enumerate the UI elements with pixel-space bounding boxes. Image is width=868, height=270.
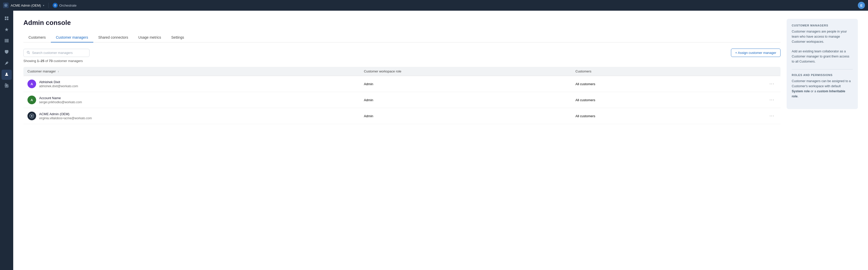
- row-more-button[interactable]: ···: [768, 97, 776, 103]
- svg-rect-3: [5, 19, 6, 20]
- search-icon: [27, 51, 30, 55]
- showing-count-text: Showing 1–25 of 73 customer managers: [23, 59, 780, 63]
- cell-role: Admin: [360, 108, 571, 124]
- library-icon: [4, 38, 9, 44]
- cell-actions: ···: [701, 108, 780, 124]
- table-row: ACME Admin (OEM) virginia.villalobos+acm…: [23, 108, 780, 124]
- svg-rect-8: [5, 50, 8, 53]
- topbar: ACME Admin (OEM) ▾ O Orchestrate E: [0, 0, 868, 11]
- col-customers: Customers: [571, 67, 701, 76]
- user-avatar[interactable]: E: [858, 2, 865, 9]
- svg-rect-6: [6, 39, 7, 42]
- svg-line-13: [29, 53, 30, 54]
- svg-rect-2: [7, 17, 8, 18]
- assign-customer-manager-button[interactable]: + Assign customer manager: [731, 49, 781, 57]
- orchestrate-label: Orchestrate: [59, 4, 76, 7]
- cell-role: Admin: [360, 92, 571, 108]
- svg-point-12: [27, 51, 29, 53]
- panel-section1-text1: Customer managers are people in your tea…: [792, 29, 853, 44]
- col-workspace-role: Customer workspace role: [360, 67, 571, 76]
- tab-shared-connectors[interactable]: Shared connectors: [93, 33, 133, 42]
- sidebar-item-automations[interactable]: [2, 25, 12, 35]
- search-box[interactable]: [23, 49, 90, 57]
- home-icon: [4, 16, 9, 22]
- settings-icon: [4, 83, 9, 89]
- panel-section-roles: ROLES AND PERMISSIONS Customer managers …: [792, 73, 853, 99]
- user-email: virginia.villalobos+acme@workato.com: [39, 116, 92, 120]
- orchestrate-icon: O: [53, 3, 58, 8]
- brand-label: ACME Admin (OEM): [11, 4, 41, 7]
- sidebar-item-workspace[interactable]: [2, 47, 12, 57]
- table-container: Customer manager ↑ Customer workspace ro…: [23, 67, 780, 124]
- sidebar: [0, 11, 13, 270]
- sidebar-item-settings[interactable]: [2, 81, 12, 91]
- sort-icon[interactable]: ↑: [58, 70, 59, 73]
- automations-icon: [4, 27, 9, 33]
- tab-settings[interactable]: Settings: [166, 33, 189, 42]
- cell-actions: ···: [701, 92, 780, 108]
- topbar-divider: [48, 3, 49, 8]
- table-row: A Account Name sergei.prikhodko@workato.…: [23, 92, 780, 108]
- row-more-button[interactable]: ···: [768, 113, 776, 119]
- col-customer-manager: Customer manager ↑: [23, 67, 360, 76]
- sidebar-item-home[interactable]: [2, 14, 12, 24]
- brand[interactable]: ACME Admin (OEM) ▾: [3, 3, 44, 8]
- user-name: Abhishek Dixit: [39, 80, 78, 84]
- avatar: A: [27, 80, 36, 88]
- cell-role: Admin: [360, 76, 571, 92]
- panel-section1-text2: Add an existing team collaborator as a C…: [792, 49, 853, 64]
- cell-user: A Abhishek Dixit abhishek.dixit@workato.…: [23, 76, 360, 92]
- svg-rect-5: [5, 39, 6, 42]
- svg-rect-7: [7, 39, 8, 42]
- cell-customers: All customers: [571, 108, 701, 124]
- sidebar-item-library[interactable]: [2, 36, 12, 46]
- tab-customer-managers[interactable]: Customer managers: [51, 33, 93, 42]
- cell-customers: All customers: [571, 92, 701, 108]
- panel-section2-text: Customer managers can be assigned to a C…: [792, 79, 853, 99]
- main-panel: Admin console Customers Customer manager…: [23, 19, 780, 262]
- tools-icon: [4, 61, 9, 66]
- content-area: Admin console Customers Customer manager…: [13, 11, 868, 270]
- panel-section2-title: ROLES AND PERMISSIONS: [792, 73, 853, 77]
- workspace-icon: [4, 50, 9, 55]
- brand-chevron: ▾: [43, 4, 44, 7]
- col-actions: [701, 67, 780, 76]
- cell-actions: ···: [701, 76, 780, 92]
- table-header-row: Customer manager ↑ Customer workspace ro…: [23, 67, 780, 76]
- tabs-bar: Customers Customer managers Shared conne…: [23, 33, 780, 42]
- page-title: Admin console: [23, 19, 780, 27]
- user-name: Account Name: [39, 96, 82, 100]
- user-name: ACME Admin (OEM): [39, 112, 92, 116]
- svg-rect-9: [6, 53, 7, 54]
- user-email: abhishek.dixit@workato.com: [39, 84, 78, 88]
- toolbar: + Assign customer manager: [23, 49, 780, 57]
- row-more-button[interactable]: ···: [768, 81, 776, 87]
- tab-customers[interactable]: Customers: [23, 33, 51, 42]
- avatar: A: [27, 96, 36, 104]
- svg-point-11: [6, 73, 7, 74]
- tab-usage-metrics[interactable]: Usage metrics: [133, 33, 166, 42]
- panel-section1-title: CUSTOMER MANAGERS: [792, 24, 853, 27]
- svg-rect-1: [5, 17, 6, 18]
- table-row: A Abhishek Dixit abhishek.dixit@workato.…: [23, 76, 780, 92]
- cell-user: A Account Name sergei.prikhodko@workato.…: [23, 92, 360, 108]
- orchestrate-nav[interactable]: O Orchestrate: [53, 3, 76, 8]
- sidebar-item-users[interactable]: [2, 70, 12, 80]
- users-icon: [4, 72, 9, 78]
- customer-managers-table: Customer manager ↑ Customer workspace ro…: [23, 67, 780, 124]
- panel-divider: [792, 69, 853, 69]
- search-input[interactable]: [32, 51, 86, 55]
- svg-rect-10: [5, 53, 8, 53]
- brand-icon: [3, 3, 9, 8]
- cell-user: ACME Admin (OEM) virginia.villalobos+acm…: [23, 108, 360, 124]
- svg-rect-4: [7, 19, 8, 20]
- sidebar-item-tools[interactable]: [2, 58, 12, 69]
- cell-customers: All customers: [571, 76, 701, 92]
- avatar: [27, 112, 36, 120]
- right-panel: CUSTOMER MANAGERS Customer managers are …: [787, 19, 858, 109]
- user-email: sergei.prikhodko@workato.com: [39, 100, 82, 104]
- panel-section-customer-managers: CUSTOMER MANAGERS Customer managers are …: [792, 24, 853, 64]
- app-layout: Admin console Customers Customer manager…: [0, 11, 868, 270]
